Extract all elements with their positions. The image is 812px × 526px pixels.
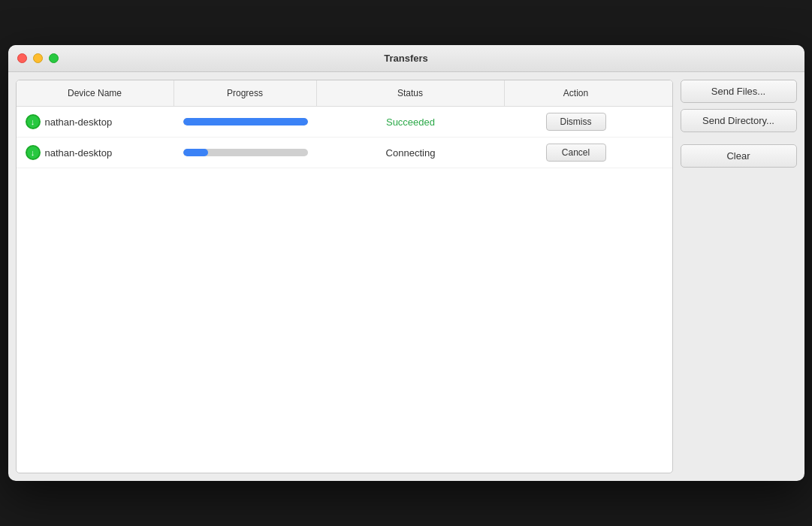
status-label-2: Connecting — [386, 147, 436, 159]
table-header: Device Name Progress Status Action — [17, 80, 672, 107]
action-cell-1: Dismiss — [505, 107, 647, 137]
cancel-button[interactable]: Cancel — [546, 144, 606, 162]
send-files-button[interactable]: Send Files... — [681, 80, 797, 103]
progress-cell-1 — [174, 112, 317, 132]
download-icon-1: ↓ — [26, 114, 41, 129]
status-cell-1: Succeeded — [317, 110, 505, 134]
header-status: Status — [317, 80, 505, 106]
device-name-cell-1: ↓ nathan-desktop — [17, 108, 174, 135]
device-name-label-1: nathan-desktop — [45, 116, 113, 128]
clear-button[interactable]: Clear — [681, 144, 797, 168]
download-icon-2: ↓ — [26, 145, 41, 160]
traffic-lights — [17, 53, 59, 63]
maximize-button[interactable] — [49, 53, 59, 63]
progress-bar-1 — [183, 118, 308, 125]
arrow-down-2: ↓ — [31, 149, 35, 157]
device-name-cell-2: ↓ nathan-desktop — [17, 139, 174, 166]
send-directory-button[interactable]: Send Directory... — [681, 109, 797, 132]
status-cell-2: Connecting — [317, 141, 505, 165]
close-button[interactable] — [17, 53, 27, 63]
progress-fill-1 — [183, 118, 308, 125]
titlebar: Transfers — [8, 45, 804, 72]
table-body: ↓ nathan-desktop Succeeded Dismiss — [17, 107, 672, 473]
minimize-button[interactable] — [33, 53, 43, 63]
header-action: Action — [505, 80, 647, 106]
header-progress: Progress — [174, 80, 317, 106]
device-name-label-2: nathan-desktop — [45, 147, 113, 159]
progress-fill-2 — [183, 149, 208, 156]
table-row: ↓ nathan-desktop Connecting Cancel — [17, 138, 672, 168]
transfers-window: Transfers Device Name Progress Status Ac… — [8, 45, 804, 481]
header-device-name: Device Name — [17, 80, 174, 106]
dismiss-button[interactable]: Dismiss — [546, 113, 606, 131]
main-panel: Device Name Progress Status Action ↓ nat… — [16, 80, 673, 473]
arrow-down-1: ↓ — [31, 118, 35, 126]
window-title: Transfers — [384, 53, 428, 64]
progress-cell-2 — [174, 143, 317, 162]
progress-bar-2 — [183, 149, 308, 156]
action-cell-2: Cancel — [505, 138, 647, 168]
window-content: Device Name Progress Status Action ↓ nat… — [8, 72, 804, 481]
table-row: ↓ nathan-desktop Succeeded Dismiss — [17, 107, 672, 138]
sidebar: Send Files... Send Directory... Clear — [673, 72, 804, 481]
status-label-1: Succeeded — [386, 116, 435, 128]
